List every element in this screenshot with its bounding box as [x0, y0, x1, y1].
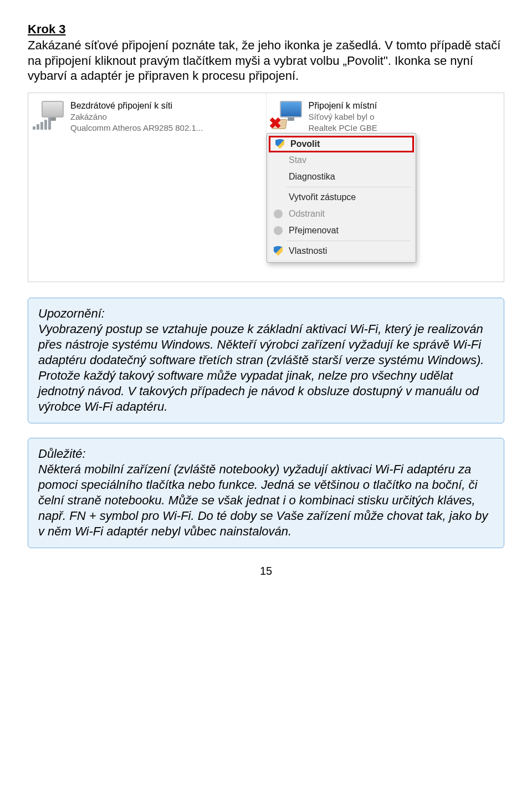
lan-adapter-icon: ✖: [271, 99, 303, 131]
adapter2-status: Síťový kabel byl o: [309, 111, 377, 122]
intro-paragraph: Zakázané síťové připojení poznáte tak, ž…: [28, 38, 504, 84]
page-number: 15: [28, 565, 504, 578]
rename-disabled-icon: [272, 224, 284, 237]
wireless-adapter-item[interactable]: Bezdrátové připojení k síti Zakázáno Qua…: [28, 93, 267, 140]
adapter1-status: Zakázáno: [70, 111, 203, 122]
menu-item-povolit[interactable]: Povolit: [269, 136, 414, 152]
delete-disabled-icon: [272, 208, 284, 220]
notice-text: Vyobrazený postup se vztahuje pouze k zá…: [38, 322, 484, 414]
menu-item-vlastnosti[interactable]: Vlastnosti: [269, 243, 414, 259]
important-label: Důležité:: [38, 447, 86, 461]
notice-label: Upozornění:: [38, 306, 105, 320]
menu-label: Povolit: [290, 139, 320, 149]
menu-label: Odstranit: [289, 209, 325, 219]
menu-item-prejmenovat[interactable]: Přejmenovat: [269, 222, 414, 239]
lan-adapter-item[interactable]: ✖ Připojení k místní Síťový kabel byl o …: [267, 93, 504, 140]
menu-label: Vytvořit zástupce: [289, 192, 356, 202]
shield-icon: [274, 138, 286, 150]
adapter2-device: Realtek PCIe GBE: [309, 122, 377, 134]
menu-item-vytvorit-zastupce[interactable]: Vytvořit zástupce: [269, 189, 414, 206]
adapter2-title: Připojení k místní: [309, 100, 377, 112]
notice-box: Upozornění: Vyobrazený postup se vztahuj…: [28, 298, 504, 423]
important-text: Některá mobilní zařízení (zvláště notebo…: [38, 462, 488, 539]
menu-label: Diagnostika: [289, 172, 335, 182]
menu-label: Vlastnosti: [289, 246, 327, 256]
adapter1-device: Qualcomm Atheros AR9285 802.1...: [70, 122, 203, 134]
menu-label: Stav: [289, 155, 306, 165]
menu-label: Přejmenovat: [289, 226, 339, 236]
menu-item-diagnostika[interactable]: Diagnostika: [269, 168, 414, 185]
important-box: Důležité: Některá mobilní zařízení (zvlá…: [28, 438, 504, 548]
screenshot-panel: Bezdrátové připojení k síti Zakázáno Qua…: [28, 93, 504, 282]
menu-item-odstranit[interactable]: Odstranit: [269, 206, 414, 222]
shield-icon: [272, 245, 284, 257]
error-x-icon: ✖: [269, 117, 283, 132]
menu-item-stav[interactable]: Stav: [269, 152, 414, 168]
step-heading: Krok 3: [28, 22, 504, 37]
wireless-adapter-icon: [33, 99, 65, 131]
adapter1-title: Bezdrátové připojení k síti: [70, 100, 203, 112]
context-menu: Povolit Stav Diagnostika Vytvořit zástup…: [267, 133, 416, 263]
